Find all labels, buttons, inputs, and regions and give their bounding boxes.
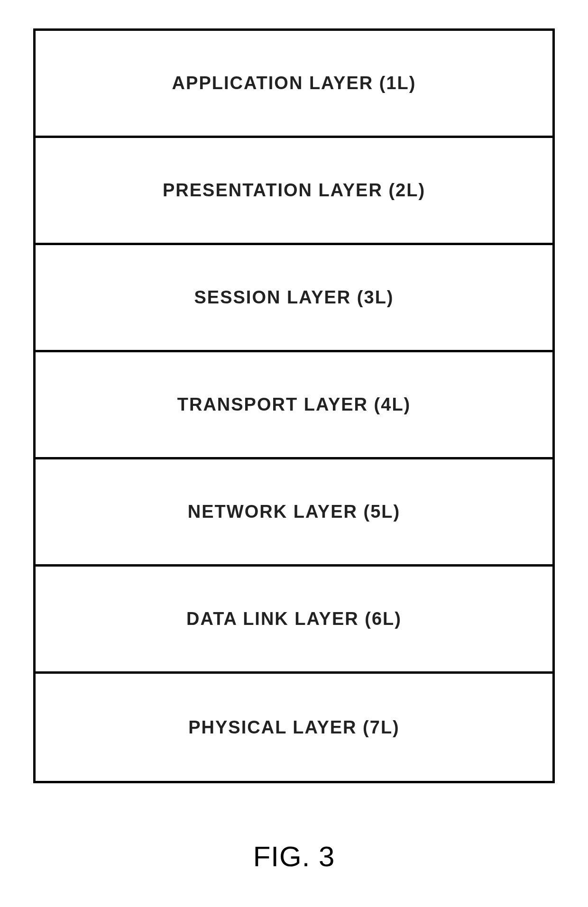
layer-label: SESSION LAYER (3L) bbox=[194, 287, 394, 308]
layer-label: TRANSPORT LAYER (4L) bbox=[177, 394, 411, 415]
layer-label: PRESENTATION LAYER (2L) bbox=[163, 180, 425, 201]
layer-row-application: APPLICATION LAYER (1L) bbox=[36, 31, 552, 138]
layer-row-network: NETWORK LAYER (5L) bbox=[36, 459, 552, 567]
layer-row-physical: PHYSICAL LAYER (7L) bbox=[36, 674, 552, 781]
layer-label: NETWORK LAYER (5L) bbox=[188, 502, 400, 522]
figure-caption: FIG. 3 bbox=[253, 840, 335, 873]
layer-row-session: SESSION LAYER (3L) bbox=[36, 245, 552, 352]
layer-stack: APPLICATION LAYER (1L) PRESENTATION LAYE… bbox=[33, 28, 555, 783]
layer-label: APPLICATION LAYER (1L) bbox=[172, 73, 416, 93]
layer-label: PHYSICAL LAYER (7L) bbox=[188, 717, 400, 738]
layer-row-data-link: DATA LINK LAYER (6L) bbox=[36, 567, 552, 674]
layer-label: DATA LINK LAYER (6L) bbox=[186, 609, 402, 629]
layer-row-transport: TRANSPORT LAYER (4L) bbox=[36, 352, 552, 459]
layer-row-presentation: PRESENTATION LAYER (2L) bbox=[36, 138, 552, 245]
